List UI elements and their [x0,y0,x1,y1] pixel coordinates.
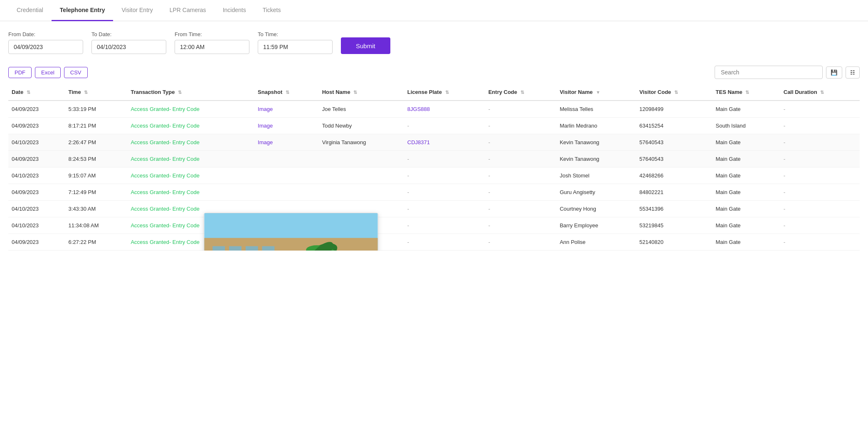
data-table: Date ⇅Time ⇅Transaction Type ⇅Snapshot ⇅… [8,84,860,251]
access-granted-badge: Access Granted- Entry Code [131,239,199,245]
cell-date: 04/10/2023 [8,134,65,151]
cell-time: 2:26:47 PM [65,134,128,151]
cell-visitor-name: Courtney Hong [556,201,636,217]
pdf-button[interactable]: PDF [8,67,32,78]
cell-visitor-name: Marlin Medrano [556,118,636,134]
save-icon-button[interactable]: 💾 [826,66,842,79]
save-icon: 💾 [831,69,838,76]
cell-license-plate: - [404,151,485,167]
cell-snapshot[interactable]: Image [254,134,319,151]
cell-entry-code: - [485,134,557,151]
cell-transaction-type: Access Granted- Entry Code [127,101,254,118]
snapshot-link[interactable]: Image [258,106,273,112]
tab-telephone-entry[interactable]: Telephone Entry [52,0,113,21]
license-plate-link[interactable]: CDJ8371 [407,139,430,145]
cell-date: 04/09/2023 [8,234,65,251]
tab-tickets[interactable]: Tickets [254,0,289,21]
cell-tes-name: Main Gate [713,101,780,118]
col-header-time[interactable]: Time ⇅ [65,84,128,101]
cell-visitor-name: Kevin Tanawong [556,134,636,151]
col-header-date[interactable]: Date ⇅ [8,84,65,101]
cell-entry-code: - [485,151,557,167]
col-header-visitor_code[interactable]: Visitor Code ⇅ [636,84,713,101]
tab-visitor-entry[interactable]: Visitor Entry [113,0,161,21]
tab-credential[interactable]: Credential [8,0,52,21]
col-header-tes_name[interactable]: TES Name ⇅ [713,84,780,101]
cell-value: - [407,156,409,162]
cell-call-duration: - [780,101,860,118]
tab-lpr-cameras[interactable]: LPR Cameras [161,0,215,21]
sort-icon-entry_code: ⇅ [520,90,524,95]
cell-snapshot[interactable]: Image [254,118,319,134]
cell-date: 04/09/2023 [8,101,65,118]
cell-snapshot [254,151,319,167]
snapshot-link[interactable]: Image [258,139,273,145]
license-plate-link[interactable]: 8JGS888 [407,106,430,112]
snapshot-link[interactable]: Image [258,123,273,129]
sort-icon-time: ⇅ [84,90,88,95]
cell-call-duration: - [780,184,860,201]
cell-transaction-type: Access Granted- Entry Code [127,167,254,184]
cell-license-plate: - [404,118,485,134]
from-date-input[interactable] [8,40,83,54]
from-time-input[interactable] [175,40,249,54]
cell-license-plate[interactable]: CDJ8371 [404,134,485,151]
cell-value: - [784,239,785,245]
cell-value: - [488,206,490,212]
to-date-input[interactable] [91,40,166,54]
form-area: From Date: To Date: From Time: To Time: … [0,21,868,61]
cell-value: - [488,222,490,229]
cell-visitor-code: 42468266 [636,167,713,184]
cell-host-name [319,184,404,201]
cell-snapshot[interactable]: Image [254,101,319,118]
cell-license-plate: - [404,217,485,234]
cell-value: - [488,172,490,179]
sort-icon-date: ⇅ [27,90,30,95]
cell-time: 8:24:53 PM [65,151,128,167]
to-time-input[interactable] [258,40,333,54]
search-input[interactable] [715,66,823,79]
to-time-label: To Time: [258,31,333,37]
cell-time: 8:17:21 PM [65,118,128,134]
cell-call-duration: - [780,217,860,234]
access-granted-badge: Access Granted- Entry Code [131,172,199,179]
cell-tes-name: Main Gate [713,167,780,184]
cell-visitor-name: Melissa Telles [556,101,636,118]
table-row: 04/09/20238:17:21 PMAccess Granted- Entr… [8,118,860,134]
cell-value: - [784,139,785,145]
table-row: 04/09/20238:24:53 PMAccess Granted- Entr… [8,151,860,167]
col-header-visitor_name[interactable]: Visitor Name ▼ [556,84,636,101]
sort-icon-host_name: ⇅ [353,90,357,95]
col-header-host_name[interactable]: Host Name ⇅ [319,84,404,101]
col-header-entry_code[interactable]: Entry Code ⇅ [485,84,557,101]
col-header-transaction_type[interactable]: Transaction Type ⇅ [127,84,254,101]
excel-button[interactable]: Excel [35,67,61,78]
cell-license-plate[interactable]: 8JGS888 [404,101,485,118]
cell-visitor-code: 63415254 [636,118,713,134]
columns-button[interactable]: ☷ [846,66,860,79]
tab-incidents[interactable]: Incidents [215,0,254,21]
cell-time: 6:27:22 PM [65,234,128,251]
cell-call-duration: - [780,151,860,167]
cell-host-name: Todd Newby [319,118,404,134]
access-granted-badge: Access Granted- Entry Code [131,139,199,145]
cell-value: - [407,189,409,195]
cell-time: 3:43:30 AM [65,201,128,217]
cell-visitor-code: 57640543 [636,134,713,151]
submit-button[interactable]: Submit [341,37,390,54]
cell-license-plate: - [404,201,485,217]
cell-tes-name: South Island [713,118,780,134]
cell-visitor-code: 57640543 [636,151,713,167]
col-header-license_plate[interactable]: License Plate ⇅ [404,84,485,101]
snapshot-overlay [204,213,378,251]
svg-rect-7 [262,246,274,251]
col-header-snapshot[interactable]: Snapshot ⇅ [254,84,319,101]
cell-license-plate: - [404,234,485,251]
cell-visitor-code: 55341396 [636,201,713,217]
cell-value: - [784,222,785,229]
col-header-call_duration[interactable]: Call Duration ⇅ [780,84,860,101]
cell-visitor-name: Guru Angisetty [556,184,636,201]
csv-button[interactable]: CSV [64,67,88,78]
cell-time: 9:15:07 AM [65,167,128,184]
cell-host-name [319,151,404,167]
